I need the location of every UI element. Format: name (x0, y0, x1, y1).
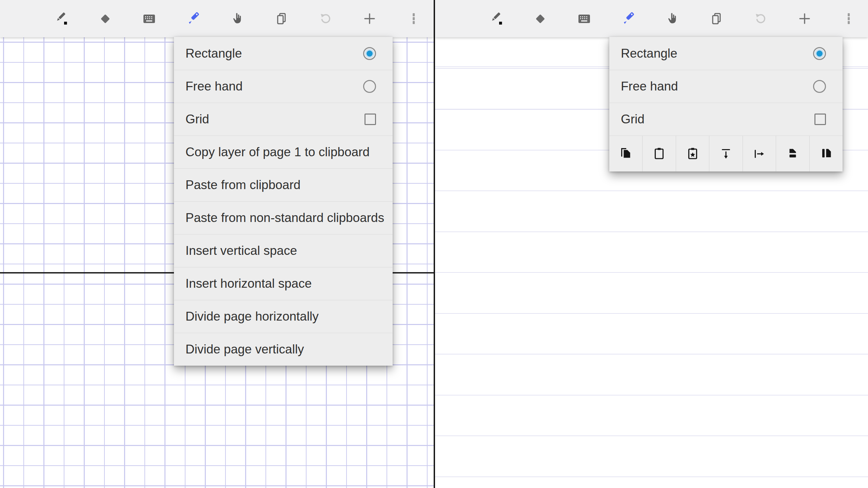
plus-icon (361, 11, 378, 27)
add-page-button[interactable] (788, 2, 822, 35)
paste-special-icon (685, 146, 701, 162)
divide-page-horizontally-icon (785, 146, 801, 162)
menu-item-copy-layer[interactable]: Copy layer of page 1 to clipboard (174, 136, 393, 168)
menu-item-paste-clipboard[interactable]: Paste from clipboard (174, 168, 393, 201)
eraser-tool-button[interactable] (523, 2, 557, 35)
radio-unselected[interactable] (813, 80, 826, 93)
add-page-button[interactable] (353, 2, 387, 35)
insert-vertical-space-button[interactable] (709, 136, 742, 171)
paste-nonstandard-button[interactable] (676, 136, 709, 171)
marker-tool-button[interactable] (611, 2, 645, 35)
divide-page-horizontally-button[interactable] (776, 136, 809, 171)
divide-page-vertically-icon (818, 146, 834, 162)
menu-item-grid[interactable]: Grid (174, 103, 393, 136)
menu-item-free-hand[interactable]: Free hand (174, 70, 393, 103)
more-options-button[interactable] (832, 2, 866, 35)
radio-selected[interactable] (363, 47, 376, 60)
eraser-icon (532, 11, 548, 27)
marker-icon (620, 11, 636, 27)
app-root: { "colors": { "accent_pen": "#4c66f0", "… (0, 0, 868, 488)
menu-icon-row (609, 136, 843, 171)
copy-layer-button[interactable] (609, 136, 642, 171)
menu-item-insert-vertical-space[interactable]: Insert vertical space (174, 234, 393, 267)
menu-item-divide-horizontally[interactable]: Divide page horizontally (174, 300, 393, 333)
insert-vertical-space-icon (718, 146, 734, 162)
menu-item-label: Rectangle (621, 46, 813, 61)
checkbox-unchecked[interactable] (814, 114, 826, 125)
vertical-page-divider (434, 0, 435, 488)
radio-selected[interactable] (813, 47, 826, 60)
pages-icon (273, 11, 290, 27)
menu-item-label: Free hand (185, 79, 363, 94)
insert-horizontal-space-icon (751, 146, 767, 162)
menu-item-label: Insert vertical space (185, 244, 376, 258)
hand-icon (229, 11, 245, 27)
menu-item-label: Insert horizontal space (185, 277, 376, 291)
menu-item-grid[interactable]: Grid (609, 103, 843, 136)
menu-item-insert-horizontal-space[interactable]: Insert horizontal space (174, 267, 393, 300)
copy-icon (618, 146, 634, 162)
undo-button[interactable] (309, 2, 342, 35)
pages-tool-button[interactable] (699, 2, 733, 35)
pen-icon (53, 11, 69, 27)
plus-icon (796, 11, 813, 27)
more-options-button[interactable] (397, 2, 431, 35)
hand-tool-button[interactable] (220, 2, 254, 35)
toolbar-right (435, 0, 868, 37)
keyboard-icon (576, 11, 592, 27)
pages-tool-button[interactable] (264, 2, 298, 35)
pen-tool-button[interactable] (479, 2, 513, 35)
pages-icon (708, 11, 725, 27)
menu-item-label: Free hand (621, 79, 813, 94)
divide-page-vertically-button[interactable] (809, 136, 843, 171)
undo-icon (752, 11, 769, 27)
keyboard-icon (141, 11, 157, 27)
menu-item-label: Rectangle (185, 46, 363, 61)
menu-item-free-hand[interactable]: Free hand (609, 70, 843, 103)
marker-tool-button[interactable] (176, 2, 210, 35)
hand-tool-button[interactable] (655, 2, 689, 35)
marker-options-menu-left: Rectangle Free hand Grid Copy layer of p… (174, 37, 393, 366)
paste-clipboard-button[interactable] (642, 136, 675, 171)
menu-item-label: Grid (185, 112, 364, 126)
eraser-tool-button[interactable] (88, 2, 122, 35)
menu-item-label: Grid (621, 112, 814, 126)
marker-options-menu-right: Rectangle Free hand Grid (609, 37, 843, 171)
checkbox-unchecked[interactable] (364, 114, 376, 125)
menu-item-label: Paste from non-standard clipboards (185, 211, 384, 225)
pen-tool-button[interactable] (44, 2, 78, 35)
menu-item-paste-nonstandard[interactable]: Paste from non-standard clipboards (174, 201, 393, 234)
eraser-icon (97, 11, 113, 27)
keyboard-tool-button[interactable] (567, 2, 601, 35)
menu-item-rectangle[interactable]: Rectangle (174, 37, 393, 70)
menu-item-label: Paste from clipboard (185, 178, 376, 192)
undo-icon (317, 11, 334, 27)
radio-unselected[interactable] (363, 80, 376, 93)
marker-icon (185, 11, 201, 27)
toolbar-left (0, 0, 434, 37)
paste-icon (651, 146, 667, 162)
keyboard-tool-button[interactable] (132, 2, 166, 35)
menu-item-divide-vertically[interactable]: Divide page vertically (174, 333, 393, 366)
menu-item-rectangle[interactable]: Rectangle (609, 37, 843, 70)
undo-button[interactable] (744, 2, 777, 35)
overflow-menu-icon (406, 11, 422, 27)
insert-horizontal-space-button[interactable] (743, 136, 776, 171)
menu-item-label: Copy layer of page 1 to clipboard (185, 145, 376, 159)
pen-icon (488, 11, 504, 27)
hand-icon (664, 11, 680, 27)
menu-item-label: Divide page horizontally (185, 309, 376, 324)
menu-item-label: Divide page vertically (185, 342, 376, 357)
overflow-menu-icon (841, 11, 857, 27)
